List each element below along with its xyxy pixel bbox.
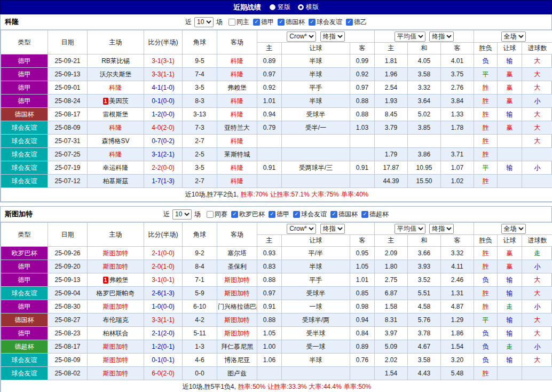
odds-company-select[interactable]: Crow* xyxy=(287,32,316,42)
euro-average-select[interactable]: 平均值 xyxy=(395,32,425,42)
score[interactable]: 1-2(0-1) xyxy=(144,340,183,354)
score[interactable]: 3-3(1-1) xyxy=(144,313,183,327)
match-count-select[interactable]: 10 xyxy=(194,17,214,27)
away-team[interactable]: 科隆 xyxy=(217,95,257,108)
away-team[interactable]: 斯图加特 xyxy=(217,273,257,287)
score[interactable]: 0-1(0-1) xyxy=(144,354,183,367)
away-team[interactable]: 弗赖堡 xyxy=(217,81,257,95)
home-team[interactable]: 斯图加特 xyxy=(88,367,144,380)
match-count-select[interactable]: 10 xyxy=(172,209,192,219)
home-team[interactable]: 科隆 xyxy=(88,121,144,135)
handicap-result: 输 xyxy=(498,354,522,367)
avg-draw: 4.05 xyxy=(408,54,441,68)
away-team[interactable]: 门兴格拉德巴赫 xyxy=(217,300,257,313)
corner-count: 2-5 xyxy=(183,148,217,161)
home-team[interactable]: 斯图加特 xyxy=(88,247,144,260)
away-team[interactable]: 博洛尼亚 xyxy=(217,354,257,367)
home-team[interactable]: 柏基斯茲 xyxy=(88,175,144,188)
radio-horizontal-layout[interactable]: 横版 xyxy=(298,3,319,12)
away-team[interactable]: 斯图加特 xyxy=(217,327,257,340)
home-team[interactable]: 斯图加特 xyxy=(88,354,144,367)
away-team[interactable]: 科隆 xyxy=(217,108,257,121)
euro-average-select[interactable]: 平均值 xyxy=(395,224,425,234)
filter-checkbox[interactable]: 同主 xyxy=(228,18,249,27)
filter-checkbox[interactable]: ✓欧罗巴杯 xyxy=(231,210,265,219)
fulltime-select[interactable]: 全场 xyxy=(501,224,526,234)
home-team[interactable]: 斯图加特 xyxy=(88,340,144,354)
score[interactable]: 3-3(1-1) xyxy=(144,68,183,81)
score[interactable]: 2-6(1-3) xyxy=(144,287,183,300)
away-team[interactable]: 科隆 xyxy=(217,135,257,148)
home-team[interactable]: 斯图加特 xyxy=(88,300,144,313)
score[interactable]: 3-1(0-1) xyxy=(144,273,183,287)
score[interactable]: 4-1(1-0) xyxy=(144,81,183,95)
home-team[interactable]: RB莱比锡 xyxy=(88,54,144,68)
match-row: 球会友谊25-08-09科隆4-0(2-0)7-3亚特兰大0.79受半/一1.0… xyxy=(1,121,552,135)
away-team[interactable]: 斯图加特 xyxy=(217,287,257,300)
odds-final-select[interactable]: 终指 xyxy=(320,224,345,234)
home-team[interactable]: 科隆 xyxy=(88,148,144,161)
filter-checkbox[interactable]: ✓德国杯 xyxy=(278,18,305,27)
score[interactable]: 2-1(0-0) xyxy=(144,247,183,260)
score[interactable]: 1-7(1-3) xyxy=(144,175,183,188)
filter-checkbox[interactable]: ✓球会友谊 xyxy=(309,18,342,27)
away-team[interactable]: 科隆 xyxy=(217,54,257,68)
odds-company-select[interactable]: Crow* xyxy=(287,224,316,234)
filter-checkbox[interactable]: 同赛 xyxy=(207,210,227,219)
score[interactable]: 3-1(3-1) xyxy=(144,54,183,68)
euro-final-select[interactable]: 终指 xyxy=(429,224,454,234)
filter-checkbox[interactable]: ✓德国杯 xyxy=(330,210,358,219)
score[interactable]: 2-0(1-0) xyxy=(144,260,183,273)
score[interactable]: 1-2(0-0) xyxy=(144,108,183,121)
avg-draw: 10.95 xyxy=(408,161,441,175)
odds-away: 0.94 xyxy=(350,313,375,327)
score[interactable]: 1-0(0-0) xyxy=(144,300,183,313)
home-team[interactable]: 1弗赖堡 xyxy=(88,273,144,287)
odds-away: 1.01 xyxy=(350,273,375,287)
home-team[interactable]: 柏林联合 xyxy=(88,327,144,340)
odds-final-select[interactable]: 终指 xyxy=(320,32,345,42)
home-team[interactable]: 1美因茨 xyxy=(88,95,144,108)
score[interactable]: 6-0(2-0) xyxy=(144,367,183,380)
team-name: 科隆 xyxy=(5,17,19,27)
score[interactable]: 2-2(0-0) xyxy=(144,161,183,175)
avg-home: 1.81 xyxy=(375,54,408,68)
score[interactable]: 4-0(2-0) xyxy=(144,121,183,135)
home-team[interactable]: 格罗巴斯帕奇 xyxy=(88,287,144,300)
euro-final-select[interactable]: 终指 xyxy=(429,32,454,42)
avg-home: 8.45 xyxy=(375,108,408,121)
home-team[interactable]: 沃尔夫斯堡 xyxy=(88,68,144,81)
filter-checkbox[interactable]: ✓德甲 xyxy=(253,18,274,27)
away-team[interactable]: 圣保利 xyxy=(217,260,257,273)
away-team[interactable]: 塞尔塔 xyxy=(217,247,257,260)
filter-checkbox[interactable]: ✓德甲 xyxy=(269,210,289,219)
home-team[interactable]: 幸运科隆 xyxy=(88,161,144,175)
away-team[interactable]: 莱斯特城 xyxy=(217,148,257,161)
score[interactable]: 2-1(2-0) xyxy=(144,327,183,340)
home-team[interactable]: 森博格SV xyxy=(88,135,144,148)
fulltime-select[interactable]: 全场 xyxy=(501,32,526,42)
away-team[interactable]: 科隆 xyxy=(217,161,257,175)
filter-checkbox[interactable]: ✓德超杯 xyxy=(361,210,389,219)
away-team[interactable]: 斯图加特 xyxy=(217,313,257,327)
filter-checkbox[interactable]: ✓球会友谊 xyxy=(293,210,327,219)
filter-checkbox[interactable]: ✓德乙 xyxy=(346,18,367,27)
score[interactable]: 0-1(0-0) xyxy=(144,95,183,108)
home-team[interactable]: 斯图加特 xyxy=(88,260,144,273)
away-team[interactable]: 拜仁慕尼黑 xyxy=(217,340,257,354)
avg-home: 3.79 xyxy=(375,121,408,135)
home-team[interactable]: 科隆 xyxy=(88,81,144,95)
avg-home: 17.87 xyxy=(375,161,408,175)
checkbox-label: 德超杯 xyxy=(369,210,389,219)
away-team[interactable]: 科隆 xyxy=(217,68,257,81)
layout-radio-group: 竖版横版 xyxy=(270,3,319,12)
score[interactable]: 0-7(0-2) xyxy=(144,135,183,148)
score[interactable]: 3-1(2-1) xyxy=(144,148,183,161)
away-team[interactable]: 亚特兰大 xyxy=(217,121,257,135)
match-date: 25-09-13 xyxy=(48,68,88,81)
radio-vertical-layout[interactable]: 竖版 xyxy=(270,3,290,12)
away-team[interactable]: 图卢兹 xyxy=(217,367,257,380)
home-team[interactable]: 布伦瑞克 xyxy=(88,313,144,327)
away-team[interactable]: 科隆 xyxy=(217,175,257,188)
home-team[interactable]: 雷根斯堡 xyxy=(88,108,144,121)
